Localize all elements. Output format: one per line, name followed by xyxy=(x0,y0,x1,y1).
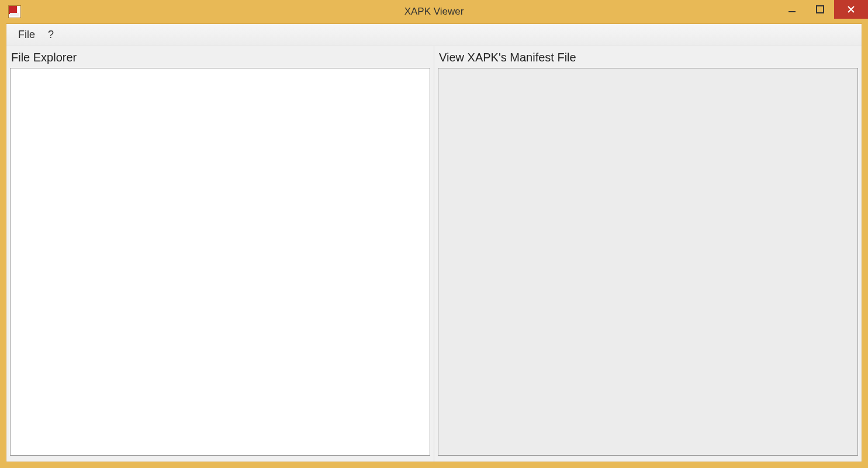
manifest-box[interactable] xyxy=(438,68,858,456)
file-explorer-box[interactable] xyxy=(10,68,430,456)
close-icon xyxy=(847,5,855,13)
window-frame: XAPK Viewer File ? xyxy=(0,0,868,468)
menu-file[interactable]: File xyxy=(18,29,35,41)
window-controls xyxy=(778,0,868,19)
file-explorer-heading: File Explorer xyxy=(10,49,430,68)
svg-rect-0 xyxy=(789,11,796,12)
app-icon xyxy=(8,5,21,18)
titlebar[interactable]: XAPK Viewer xyxy=(0,0,868,23)
client-area: File ? File Explorer View XAPK's Manifes… xyxy=(6,23,862,462)
menu-help[interactable]: ? xyxy=(48,29,54,41)
content-area: File Explorer View XAPK's Manifest File xyxy=(6,46,862,462)
window-title: XAPK Viewer xyxy=(404,6,464,18)
manifest-heading: View XAPK's Manifest File xyxy=(438,49,858,68)
menubar: File ? xyxy=(6,24,862,46)
manifest-panel: View XAPK's Manifest File xyxy=(434,46,862,462)
svg-rect-1 xyxy=(817,6,824,13)
close-button[interactable] xyxy=(834,0,868,19)
maximize-button[interactable] xyxy=(806,0,834,19)
minimize-button[interactable] xyxy=(778,0,806,19)
minimize-icon xyxy=(788,5,796,13)
file-explorer-panel: File Explorer xyxy=(6,46,434,462)
maximize-icon xyxy=(816,5,824,13)
